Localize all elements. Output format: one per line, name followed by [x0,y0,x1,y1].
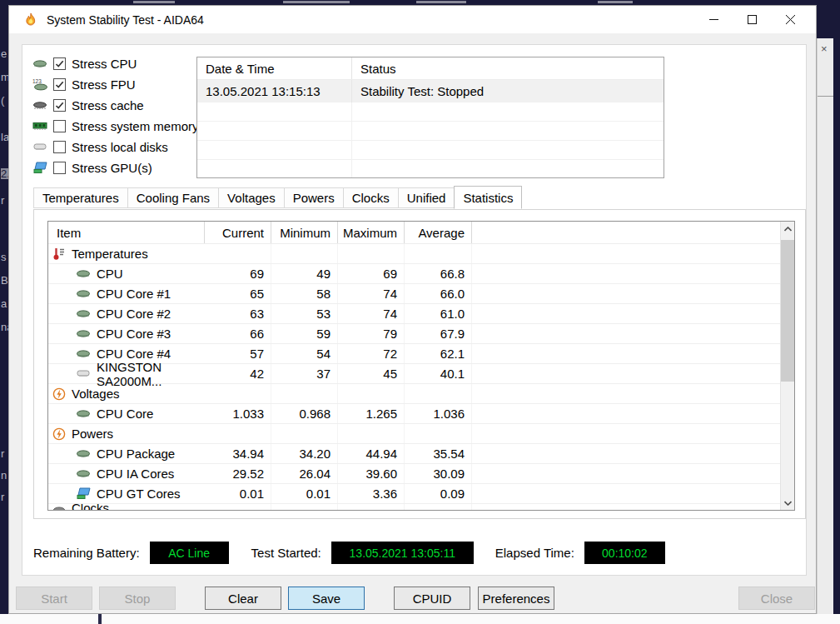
window-title: System Stability Test - AIDA64 [47,13,204,27]
stats-row-kingston-sa2000m[interactable]: KINGSTON SA2000M...42374540.1 [48,364,794,384]
log-row-empty [197,160,664,178]
scroll-down-icon[interactable] [781,496,794,510]
stats-row-clocks[interactable]: Clocks [48,504,794,511]
stats-value-cell: 39.60 [338,464,405,483]
stats-value-cell: 44.94 [338,444,405,463]
checkbox-unchecked[interactable] [53,120,66,132]
stats-item-label: Clocks [72,504,109,511]
scrollbar-thumb[interactable] [781,240,794,382]
clock-icon [52,504,66,511]
start-button[interactable]: Start [16,587,92,610]
tab-clocks[interactable]: Clocks [343,187,399,208]
clear-button[interactable]: Clear [205,587,281,610]
stats-value-cell: 42 [205,364,271,383]
stats-row-voltages[interactable]: Voltages [48,384,794,404]
stats-row-cpu-gt-cores[interactable]: CPU GT Cores0.010.013.360.09 [48,484,794,504]
log-row-empty [197,122,664,141]
stats-item-cell: CPU Core #3 [48,324,205,343]
gpu-icon [30,162,50,174]
stats-row-filler [472,264,794,283]
background-text-fragment: na [1,322,8,332]
tab-voltages[interactable]: Voltages [218,187,285,208]
stats-value-cell: 62.1 [405,344,472,363]
stats-row-filler [472,384,794,403]
statistics-table: ItemCurrentMinimumMaximumAverage Tempera… [47,221,795,511]
vertical-scrollbar[interactable] [780,222,794,510]
background-close-icon: × [821,42,828,55]
tab-unified[interactable]: Unified [398,187,455,208]
stress-options-list: Stress CPU123Stress FPUStress cacheStres… [30,55,199,176]
checkbox-checked[interactable] [53,78,66,91]
stats-value-cell: 1.265 [338,404,405,423]
background-right-top [817,0,833,38]
test-started-label: Test Started: [251,546,321,560]
stats-value-cell: 74 [338,284,405,303]
column-header-datetime[interactable]: Date & Time [197,57,352,79]
stats-value-cell [271,504,338,511]
stats-row-cpu-core-3[interactable]: CPU Core #366597967.9 [48,324,794,344]
stats-row-cpu-core-2[interactable]: CPU Core #263537461.0 [48,304,794,324]
stats-value-cell: 0.968 [271,404,338,423]
stats-value-cell: 53 [271,304,338,323]
stats-column-header-current[interactable]: Current [205,222,271,243]
stats-value-cell [405,504,472,511]
stress-option-stress-local-disks: Stress local disks [30,138,199,155]
tab-temperatures[interactable]: Temperatures [33,187,128,208]
tab-statistics[interactable]: Statistics [454,186,522,209]
cpu-chip-icon [30,59,50,68]
cpu-chip-icon [76,449,91,458]
checkbox-checked[interactable] [53,57,66,70]
stats-row-filler [472,284,794,303]
stats-column-header-maximum[interactable]: Maximum [338,222,405,243]
checkbox-checked[interactable] [53,99,66,112]
scroll-up-icon[interactable] [781,222,794,236]
stats-header-filler [472,222,794,243]
stats-row-temperatures[interactable]: Temperatures [48,244,794,264]
stats-column-header-item[interactable]: Item [48,222,205,243]
stress-option-label: Stress local disks [72,140,168,154]
tab-powers[interactable]: Powers [284,187,344,208]
preferences-button[interactable]: Preferences [478,587,554,610]
tab-cooling-fans[interactable]: Cooling Fans [127,187,219,208]
stats-row-cpu[interactable]: CPU69496966.8 [48,264,794,284]
stats-value-cell: 30.09 [405,464,472,483]
checkbox-unchecked[interactable] [53,162,66,174]
stop-button[interactable]: Stop [99,587,176,610]
checkbox-unchecked[interactable] [53,141,66,153]
event-log-header: Date & Time Status [197,57,664,80]
bolt-icon [52,387,66,401]
cpu-chip-icon [76,309,91,318]
stats-column-header-average[interactable]: Average [405,222,472,243]
stats-value-cell: 61.0 [405,304,472,323]
stats-column-header-minimum[interactable]: Minimum [271,222,338,243]
stats-value-cell: 79 [338,324,405,343]
statistics-groupbox: ItemCurrentMinimumMaximumAverage Tempera… [33,209,806,519]
close-dialog-button[interactable]: Close [738,587,815,610]
cpuid-button[interactable]: CPUID [394,587,470,610]
background-text-fragment: 2. [1,168,8,179]
stats-value-cell [205,424,271,443]
stats-item-cell: Powers [48,424,205,443]
log-row-selected[interactable]: 13.05.2021 13:15:13Stability Test: Stopp… [197,80,664,102]
stats-row-cpu-ia-cores[interactable]: CPU IA Cores29.5226.0439.6030.09 [48,464,794,484]
save-button[interactable]: Save [288,587,365,610]
maximize-button[interactable] [733,6,771,33]
stress-option-label: Stress cache [72,98,144,112]
stats-row-cpu-package[interactable]: CPU Package34.9434.2044.9435.54 [48,444,794,464]
stats-row-cpu-core[interactable]: CPU Core1.0330.9681.2651.036 [48,404,794,424]
log-row-empty [197,141,664,160]
column-header-status[interactable]: Status [352,57,664,79]
close-button[interactable] [771,6,809,33]
disk-icon [30,142,50,152]
stats-row-powers[interactable]: Powers [48,424,794,444]
test-started-value: 13.05.2021 13:05:11 [331,542,474,564]
tab-bar: TemperaturesCooling FansVoltagesPowersCl… [33,186,522,208]
cpu-chip-icon [76,409,91,418]
stats-row-filler [472,464,794,483]
cpu-chip-icon [76,469,91,478]
minimize-button[interactable] [694,6,733,33]
stats-row-cpu-core-1[interactable]: CPU Core #165587466.0 [48,284,794,304]
stress-option-label: Stress FPU [72,77,136,92]
stats-item-label: CPU Package [97,447,175,461]
stats-item-label: CPU [97,267,123,281]
